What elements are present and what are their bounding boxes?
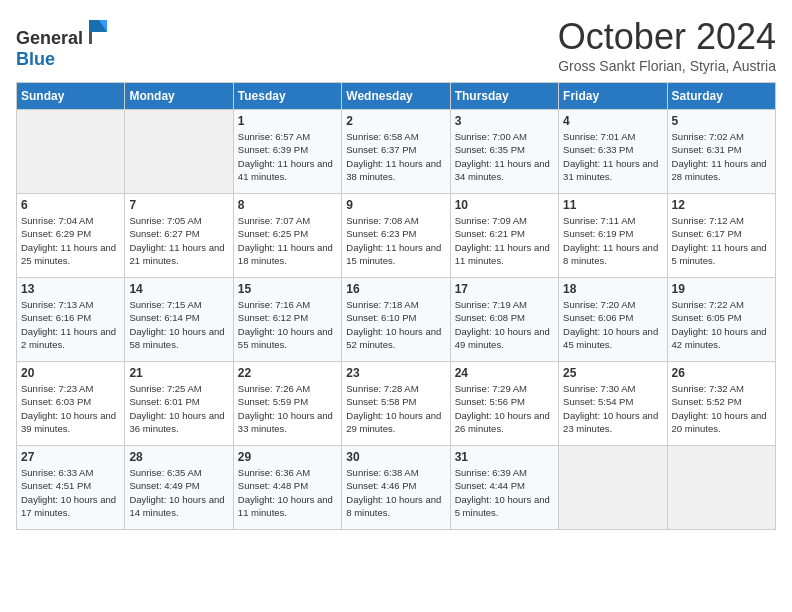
calendar-cell: 11Sunrise: 7:11 AM Sunset: 6:19 PM Dayli…	[559, 194, 667, 278]
day-number: 30	[346, 450, 445, 464]
calendar-cell: 18Sunrise: 7:20 AM Sunset: 6:06 PM Dayli…	[559, 278, 667, 362]
calendar-cell: 23Sunrise: 7:28 AM Sunset: 5:58 PM Dayli…	[342, 362, 450, 446]
day-info: Sunrise: 7:25 AM Sunset: 6:01 PM Dayligh…	[129, 382, 228, 435]
day-info: Sunrise: 7:32 AM Sunset: 5:52 PM Dayligh…	[672, 382, 771, 435]
day-info: Sunrise: 7:13 AM Sunset: 6:16 PM Dayligh…	[21, 298, 120, 351]
day-number: 14	[129, 282, 228, 296]
column-header-tuesday: Tuesday	[233, 83, 341, 110]
day-info: Sunrise: 7:19 AM Sunset: 6:08 PM Dayligh…	[455, 298, 554, 351]
column-header-sunday: Sunday	[17, 83, 125, 110]
calendar-cell	[125, 110, 233, 194]
day-info: Sunrise: 7:15 AM Sunset: 6:14 PM Dayligh…	[129, 298, 228, 351]
calendar-cell: 2Sunrise: 6:58 AM Sunset: 6:37 PM Daylig…	[342, 110, 450, 194]
day-info: Sunrise: 7:22 AM Sunset: 6:05 PM Dayligh…	[672, 298, 771, 351]
calendar-cell	[559, 446, 667, 530]
day-info: Sunrise: 6:38 AM Sunset: 4:46 PM Dayligh…	[346, 466, 445, 519]
day-number: 27	[21, 450, 120, 464]
day-number: 10	[455, 198, 554, 212]
calendar-cell: 6Sunrise: 7:04 AM Sunset: 6:29 PM Daylig…	[17, 194, 125, 278]
title-block: October 2024 Gross Sankt Florian, Styria…	[558, 16, 776, 74]
calendar-cell	[667, 446, 775, 530]
day-info: Sunrise: 7:20 AM Sunset: 6:06 PM Dayligh…	[563, 298, 662, 351]
calendar-cell	[17, 110, 125, 194]
calendar-cell: 7Sunrise: 7:05 AM Sunset: 6:27 PM Daylig…	[125, 194, 233, 278]
day-info: Sunrise: 7:07 AM Sunset: 6:25 PM Dayligh…	[238, 214, 337, 267]
day-number: 25	[563, 366, 662, 380]
day-info: Sunrise: 7:05 AM Sunset: 6:27 PM Dayligh…	[129, 214, 228, 267]
calendar-cell: 22Sunrise: 7:26 AM Sunset: 5:59 PM Dayli…	[233, 362, 341, 446]
column-header-thursday: Thursday	[450, 83, 558, 110]
day-info: Sunrise: 7:02 AM Sunset: 6:31 PM Dayligh…	[672, 130, 771, 183]
calendar-cell: 15Sunrise: 7:16 AM Sunset: 6:12 PM Dayli…	[233, 278, 341, 362]
calendar-cell: 13Sunrise: 7:13 AM Sunset: 6:16 PM Dayli…	[17, 278, 125, 362]
calendar-cell: 8Sunrise: 7:07 AM Sunset: 6:25 PM Daylig…	[233, 194, 341, 278]
calendar-cell: 30Sunrise: 6:38 AM Sunset: 4:46 PM Dayli…	[342, 446, 450, 530]
day-info: Sunrise: 7:00 AM Sunset: 6:35 PM Dayligh…	[455, 130, 554, 183]
day-number: 23	[346, 366, 445, 380]
day-number: 28	[129, 450, 228, 464]
calendar-cell: 31Sunrise: 6:39 AM Sunset: 4:44 PM Dayli…	[450, 446, 558, 530]
calendar-cell: 4Sunrise: 7:01 AM Sunset: 6:33 PM Daylig…	[559, 110, 667, 194]
calendar-cell: 12Sunrise: 7:12 AM Sunset: 6:17 PM Dayli…	[667, 194, 775, 278]
day-info: Sunrise: 7:11 AM Sunset: 6:19 PM Dayligh…	[563, 214, 662, 267]
calendar-cell: 16Sunrise: 7:18 AM Sunset: 6:10 PM Dayli…	[342, 278, 450, 362]
calendar-cell: 17Sunrise: 7:19 AM Sunset: 6:08 PM Dayli…	[450, 278, 558, 362]
day-info: Sunrise: 6:58 AM Sunset: 6:37 PM Dayligh…	[346, 130, 445, 183]
day-number: 19	[672, 282, 771, 296]
column-header-monday: Monday	[125, 83, 233, 110]
day-number: 8	[238, 198, 337, 212]
day-info: Sunrise: 7:18 AM Sunset: 6:10 PM Dayligh…	[346, 298, 445, 351]
day-info: Sunrise: 6:57 AM Sunset: 6:39 PM Dayligh…	[238, 130, 337, 183]
day-info: Sunrise: 7:01 AM Sunset: 6:33 PM Dayligh…	[563, 130, 662, 183]
day-number: 18	[563, 282, 662, 296]
calendar-cell: 24Sunrise: 7:29 AM Sunset: 5:56 PM Dayli…	[450, 362, 558, 446]
day-info: Sunrise: 7:23 AM Sunset: 6:03 PM Dayligh…	[21, 382, 120, 435]
calendar-cell: 19Sunrise: 7:22 AM Sunset: 6:05 PM Dayli…	[667, 278, 775, 362]
calendar-cell: 5Sunrise: 7:02 AM Sunset: 6:31 PM Daylig…	[667, 110, 775, 194]
day-info: Sunrise: 7:12 AM Sunset: 6:17 PM Dayligh…	[672, 214, 771, 267]
logo-general: General	[16, 28, 83, 48]
calendar-cell: 9Sunrise: 7:08 AM Sunset: 6:23 PM Daylig…	[342, 194, 450, 278]
day-number: 12	[672, 198, 771, 212]
column-header-friday: Friday	[559, 83, 667, 110]
column-header-wednesday: Wednesday	[342, 83, 450, 110]
logo-flag-icon	[85, 16, 113, 44]
calendar-cell: 10Sunrise: 7:09 AM Sunset: 6:21 PM Dayli…	[450, 194, 558, 278]
calendar-cell: 29Sunrise: 6:36 AM Sunset: 4:48 PM Dayli…	[233, 446, 341, 530]
day-number: 3	[455, 114, 554, 128]
day-number: 2	[346, 114, 445, 128]
day-info: Sunrise: 6:39 AM Sunset: 4:44 PM Dayligh…	[455, 466, 554, 519]
logo-blue: Blue	[16, 49, 55, 69]
calendar-table: SundayMondayTuesdayWednesdayThursdayFrid…	[16, 82, 776, 530]
svg-rect-2	[89, 32, 92, 44]
column-header-saturday: Saturday	[667, 83, 775, 110]
day-number: 13	[21, 282, 120, 296]
calendar-cell: 3Sunrise: 7:00 AM Sunset: 6:35 PM Daylig…	[450, 110, 558, 194]
day-number: 15	[238, 282, 337, 296]
day-info: Sunrise: 6:36 AM Sunset: 4:48 PM Dayligh…	[238, 466, 337, 519]
day-number: 16	[346, 282, 445, 296]
logo: General Blue	[16, 16, 113, 70]
day-number: 1	[238, 114, 337, 128]
day-info: Sunrise: 7:26 AM Sunset: 5:59 PM Dayligh…	[238, 382, 337, 435]
day-info: Sunrise: 7:04 AM Sunset: 6:29 PM Dayligh…	[21, 214, 120, 267]
day-number: 20	[21, 366, 120, 380]
day-number: 29	[238, 450, 337, 464]
day-info: Sunrise: 7:16 AM Sunset: 6:12 PM Dayligh…	[238, 298, 337, 351]
day-info: Sunrise: 7:09 AM Sunset: 6:21 PM Dayligh…	[455, 214, 554, 267]
location-subtitle: Gross Sankt Florian, Styria, Austria	[558, 58, 776, 74]
logo-wordmark: General Blue	[16, 16, 113, 70]
day-info: Sunrise: 7:30 AM Sunset: 5:54 PM Dayligh…	[563, 382, 662, 435]
day-number: 21	[129, 366, 228, 380]
day-info: Sunrise: 6:33 AM Sunset: 4:51 PM Dayligh…	[21, 466, 120, 519]
day-info: Sunrise: 7:08 AM Sunset: 6:23 PM Dayligh…	[346, 214, 445, 267]
day-info: Sunrise: 7:29 AM Sunset: 5:56 PM Dayligh…	[455, 382, 554, 435]
calendar-cell: 28Sunrise: 6:35 AM Sunset: 4:49 PM Dayli…	[125, 446, 233, 530]
calendar-cell: 20Sunrise: 7:23 AM Sunset: 6:03 PM Dayli…	[17, 362, 125, 446]
day-number: 9	[346, 198, 445, 212]
day-number: 7	[129, 198, 228, 212]
day-info: Sunrise: 7:28 AM Sunset: 5:58 PM Dayligh…	[346, 382, 445, 435]
day-number: 17	[455, 282, 554, 296]
day-number: 5	[672, 114, 771, 128]
calendar-cell: 27Sunrise: 6:33 AM Sunset: 4:51 PM Dayli…	[17, 446, 125, 530]
